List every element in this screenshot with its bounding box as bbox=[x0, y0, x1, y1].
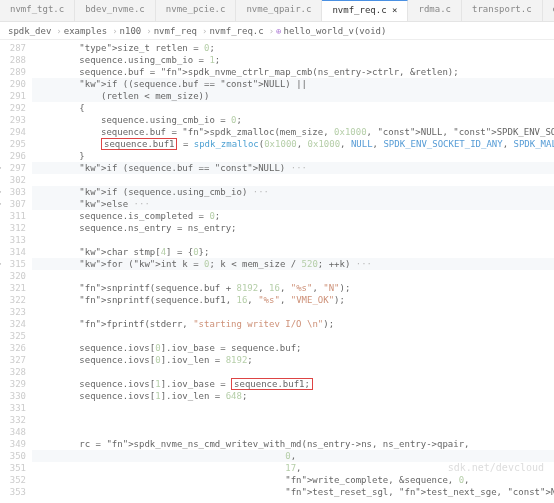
code-line[interactable] bbox=[32, 414, 554, 426]
code-line[interactable]: sequence.buf = "fn">spdk_zmalloc(mem_siz… bbox=[32, 126, 554, 138]
breadcrumb-part[interactable]: n100 bbox=[120, 26, 142, 36]
line-number: 325 bbox=[0, 330, 32, 342]
fold-icon[interactable]: › bbox=[0, 186, 2, 198]
code-line[interactable] bbox=[32, 426, 554, 438]
breadcrumb-function[interactable]: hello_world_v(void) bbox=[283, 26, 386, 36]
fold-icon[interactable]: › bbox=[0, 162, 2, 174]
line-number: 311 bbox=[0, 210, 32, 222]
tab-nvme_pcie-c[interactable]: nvme_pcie.c bbox=[156, 0, 237, 21]
code-line[interactable]: sequence.iovs[1].iov_base = sequence.buf… bbox=[32, 378, 554, 390]
code-line[interactable] bbox=[32, 402, 554, 414]
code-line[interactable]: rc = "fn">spdk_nvme_ns_cmd_writev_with_m… bbox=[32, 438, 554, 450]
line-number: 352 bbox=[0, 474, 32, 486]
function-icon: ⊕ bbox=[276, 26, 281, 36]
line-number: 292 bbox=[0, 102, 32, 114]
line-number: 307› bbox=[0, 198, 32, 210]
line-number: 294 bbox=[0, 126, 32, 138]
breadcrumb-part[interactable]: examples bbox=[64, 26, 107, 36]
code-line[interactable]: sequence.buf1 = spdk_zmalloc(0x1000, 0x1… bbox=[32, 138, 554, 150]
code-area[interactable]: "type">size_t retlen = 0; sequence.using… bbox=[32, 40, 554, 500]
code-line[interactable]: "fn">test_reset_sgl, "fn">test_next_sge,… bbox=[32, 486, 554, 498]
code-line[interactable]: sequence.using_cmb_io = 0; bbox=[32, 114, 554, 126]
line-number: 353 bbox=[0, 486, 32, 498]
tab-nvmf_req-c[interactable]: nvmf_req.c × bbox=[322, 0, 408, 21]
fold-icon[interactable]: › bbox=[0, 198, 2, 210]
line-number: 349 bbox=[0, 438, 32, 450]
code-line[interactable] bbox=[32, 366, 554, 378]
code-line[interactable]: "kw">if (sequence.using_cmb_io) ··· bbox=[32, 186, 554, 198]
line-number: 330 bbox=[0, 390, 32, 402]
code-line[interactable] bbox=[32, 174, 554, 186]
chevron-icon: › bbox=[269, 26, 274, 36]
line-number: 327 bbox=[0, 354, 32, 366]
line-number: 296 bbox=[0, 150, 32, 162]
line-number: 324 bbox=[0, 318, 32, 330]
chevron-icon: › bbox=[56, 26, 61, 36]
code-line[interactable]: sequence.buf = "fn">spdk_nvme_ctrlr_map_… bbox=[32, 66, 554, 78]
line-number: 323 bbox=[0, 306, 32, 318]
code-line[interactable]: sequence.iovs[0].iov_len = 8192; bbox=[32, 354, 554, 366]
line-number: 326 bbox=[0, 342, 32, 354]
code-line[interactable]: "fn">write_complete, &sequence, 0, bbox=[32, 474, 554, 486]
line-number: 320 bbox=[0, 270, 32, 282]
tab-nvmf_tgt-c[interactable]: nvmf_tgt.c bbox=[0, 0, 75, 21]
code-line[interactable]: sequence.using_cmb_io = 1; bbox=[32, 54, 554, 66]
code-line[interactable] bbox=[32, 270, 554, 282]
code-line[interactable]: "fn">snprintf(sequence.buf1, 16, "%s", "… bbox=[32, 294, 554, 306]
line-number: 332 bbox=[0, 414, 32, 426]
tab-rdma-c[interactable]: rdma.c bbox=[408, 0, 462, 21]
code-line[interactable]: } bbox=[32, 150, 554, 162]
watermark: sdk.net/devcloud bbox=[448, 462, 544, 473]
line-number: 291 bbox=[0, 90, 32, 102]
line-number: 322 bbox=[0, 294, 32, 306]
breadcrumb[interactable]: spdk_dev›examples›n100›nvmf_req›nvmf_req… bbox=[0, 22, 554, 40]
code-line[interactable]: "kw">if (sequence.buf == "const">NULL) ·… bbox=[32, 162, 554, 174]
line-number: 351 bbox=[0, 462, 32, 474]
code-line[interactable]: "kw">if ((sequence.buf == "const">NULL) … bbox=[32, 78, 554, 90]
tab-bdev_nvme-c[interactable]: bdev_nvme.c bbox=[75, 0, 156, 21]
code-line[interactable]: "fn">snprintf(sequence.buf + 8192, 16, "… bbox=[32, 282, 554, 294]
code-line[interactable]: sequence.is_completed = 0; bbox=[32, 210, 554, 222]
code-line[interactable] bbox=[32, 306, 554, 318]
tab-transport-c[interactable]: transport.c bbox=[462, 0, 543, 21]
line-number: 302 bbox=[0, 174, 32, 186]
chevron-icon: › bbox=[202, 26, 207, 36]
code-line[interactable]: "fn">fprintf(stderr, "starting writev I/… bbox=[32, 318, 554, 330]
code-line[interactable]: (retlen < mem_size)) bbox=[32, 90, 554, 102]
code-line[interactable]: sequence.iovs[1].iov_len = 648; bbox=[32, 390, 554, 402]
chevron-icon: › bbox=[146, 26, 151, 36]
line-number: 314 bbox=[0, 246, 32, 258]
tab-bar: nvmf_tgt.cbdev_nvme.cnvme_pcie.cnvme_qpa… bbox=[0, 0, 554, 22]
tab-env-c[interactable]: env.c bbox=[543, 0, 554, 21]
breadcrumb-part[interactable]: nvmf_req.c bbox=[209, 26, 263, 36]
tab-nvme_qpair-c[interactable]: nvme_qpair.c bbox=[236, 0, 322, 21]
line-number: 295 bbox=[0, 138, 32, 150]
code-line[interactable] bbox=[32, 234, 554, 246]
chevron-icon: › bbox=[112, 26, 117, 36]
line-number: 297› bbox=[0, 162, 32, 174]
code-line[interactable]: "kw">for ("kw">int k = 0; k < mem_size /… bbox=[32, 258, 554, 270]
code-line[interactable]: 0, 0); bbox=[32, 498, 554, 500]
code-line[interactable]: "kw">else ··· bbox=[32, 198, 554, 210]
line-number: 289 bbox=[0, 66, 32, 78]
code-line[interactable]: sequence.ns_entry = ns_entry; bbox=[32, 222, 554, 234]
breadcrumb-part[interactable]: nvmf_req bbox=[154, 26, 197, 36]
line-number: 315› bbox=[0, 258, 32, 270]
code-line[interactable]: "kw">char stmp[4] = {0}; bbox=[32, 246, 554, 258]
code-line[interactable]: { bbox=[32, 102, 554, 114]
line-number: 329 bbox=[0, 378, 32, 390]
line-number: 293 bbox=[0, 114, 32, 126]
code-line[interactable]: 0, bbox=[32, 450, 554, 462]
code-line[interactable]: sequence.iovs[0].iov_base = sequence.buf… bbox=[32, 342, 554, 354]
line-number: 348 bbox=[0, 426, 32, 438]
line-gutter: 287288289290291292293294295296297›302303… bbox=[0, 40, 32, 500]
line-number: 350 bbox=[0, 450, 32, 462]
breadcrumb-part[interactable]: spdk_dev bbox=[8, 26, 51, 36]
line-number: 313 bbox=[0, 234, 32, 246]
code-line[interactable] bbox=[32, 330, 554, 342]
line-number: 321 bbox=[0, 282, 32, 294]
editor: 287288289290291292293294295296297›302303… bbox=[0, 40, 554, 500]
code-line[interactable]: "type">size_t retlen = 0; bbox=[32, 42, 554, 54]
line-number: 288 bbox=[0, 54, 32, 66]
fold-icon[interactable]: › bbox=[0, 258, 2, 270]
